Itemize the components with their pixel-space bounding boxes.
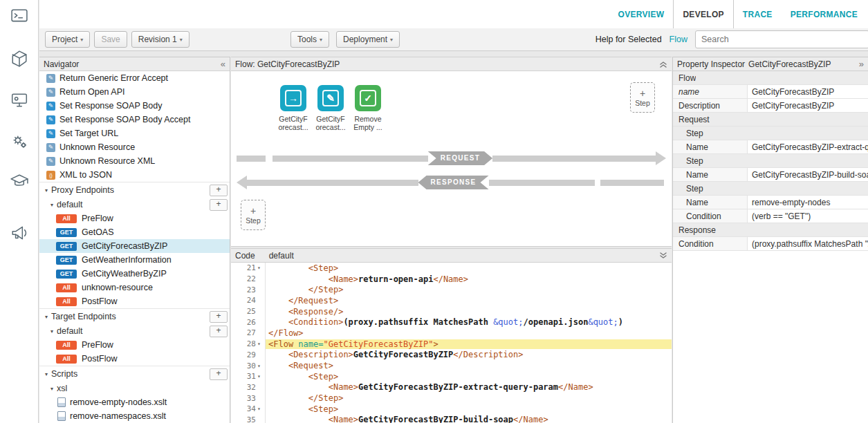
inspector-property-value[interactable]: GetCityForecastByZIP-extract-query-param <box>748 140 868 153</box>
nav-group-header[interactable]: ▾default+ <box>39 324 230 338</box>
policy-edit-icon: ✎ <box>46 143 55 152</box>
save-button[interactable]: Save <box>94 31 127 48</box>
nav-endpoint-item[interactable]: GETGetOAS <box>39 225 230 239</box>
nav-endpoint-item[interactable]: AllPostFlow <box>39 294 230 308</box>
revision-button[interactable]: Revision 1▾ <box>131 31 190 48</box>
code-line[interactable]: 32 <Name>GetCityForecastByZIP-extract-qu… <box>231 382 672 393</box>
code-line[interactable]: 26 <Condition>(proxy.pathsuffix MatchesP… <box>231 317 672 328</box>
fold-caret-icon[interactable]: ▾ <box>257 265 265 271</box>
flow-step[interactable]: →GetCityF orecast... <box>277 85 310 131</box>
nav-section-header[interactable]: ▾Scripts+ <box>39 366 230 382</box>
code-line[interactable]: 29 <Description>GetCityForecastByZIP</De… <box>231 350 672 361</box>
add-button[interactable]: + <box>210 199 228 211</box>
tab-trace[interactable]: TRACE <box>734 0 782 28</box>
nav-policy-item[interactable]: ✎Unknown Resource <box>39 140 230 154</box>
nav-endpoint-item[interactable]: AllPostFlow <box>39 352 230 366</box>
inspector-property-value[interactable]: GetCityForecastByZIP-build-soap <box>748 168 868 181</box>
code-line[interactable]: 35 <Name>GetCityForecastByZIP-build-soap… <box>231 415 672 423</box>
fold-caret-icon[interactable]: ▾ <box>257 363 265 369</box>
collapse-inspector-icon[interactable]: » <box>859 59 864 68</box>
learn-icon[interactable] <box>9 171 30 192</box>
nav-file-item[interactable]: remove-namespaces.xslt <box>39 409 230 423</box>
code-line[interactable]: 31▾ <Step> <box>231 371 672 382</box>
nav-policy-item[interactable]: ✎Return Generic Error Accept <box>39 71 230 85</box>
inspector-title: Property Inspector <box>677 59 745 69</box>
nav-endpoint-item[interactable]: AllPreFlow <box>39 212 230 225</box>
code-line[interactable]: 22 <Name>return-open-api</Name> <box>231 274 672 285</box>
nav-policy-item[interactable]: ✎Set Response SOAP Body <box>39 99 230 113</box>
code-line[interactable]: 24 </Request> <box>231 295 672 306</box>
api-proxies-icon[interactable] <box>9 48 30 69</box>
nav-endpoint-item[interactable]: GETGetWeatherInformation <box>39 253 230 267</box>
policy-list: ✎Return Generic Error Accept✎Return Open… <box>39 71 230 182</box>
deployment-button[interactable]: Deployment▾ <box>336 31 400 48</box>
extract-variables-icon: → <box>280 85 306 111</box>
code-tab-default[interactable]: default <box>269 251 294 261</box>
tools-button[interactable]: Tools▾ <box>290 31 329 48</box>
code-line[interactable]: 28▾<Flow name="GetCityForecastByZIP"> <box>231 339 672 350</box>
inspector-property-value[interactable]: (verb == "GET") <box>748 209 868 223</box>
add-button[interactable]: + <box>210 326 228 337</box>
add-button[interactable]: + <box>210 368 228 380</box>
collapse-flow-icon[interactable] <box>659 60 667 68</box>
collapse-code-icon[interactable] <box>659 252 667 260</box>
code-line[interactable]: 23 </Step> <box>231 284 672 295</box>
add-step-button[interactable]: + Step <box>630 82 655 113</box>
code-line[interactable]: 34▾ <Step> <box>231 404 672 415</box>
nav-endpoint-item[interactable]: AllPreFlow <box>39 338 230 352</box>
flow-step[interactable]: ✓Remove Empty ... <box>351 85 385 131</box>
code-line[interactable]: 21▾ <Step> <box>231 263 672 274</box>
fold-caret-icon[interactable]: ▾ <box>257 373 265 379</box>
section-label: Target Endpoints <box>51 312 116 321</box>
plus-icon: + <box>250 206 256 216</box>
request-flow-band: REQUEST <box>237 151 666 165</box>
code-line[interactable]: 30▾ <Request> <box>231 360 672 371</box>
tab-performance[interactable]: PERFORMANCE <box>782 0 867 28</box>
nav-policy-item[interactable]: ✎Unknown Resource XML <box>39 154 230 168</box>
fold-caret-icon[interactable]: ▾ <box>257 341 265 347</box>
collapse-navigator-icon[interactable]: « <box>221 59 225 68</box>
nav-section-header[interactable]: ▾Target Endpoints+ <box>39 308 230 324</box>
line-number: 30▾ <box>231 360 266 371</box>
terminal-icon[interactable] <box>9 6 30 26</box>
code-text: <Request> <box>266 361 672 370</box>
inspector-property-value[interactable]: GetCityForecastByZIP <box>748 99 868 112</box>
fold-caret-icon[interactable]: ▾ <box>257 406 265 412</box>
add-step-button[interactable]: + Step <box>241 200 266 230</box>
add-button[interactable]: + <box>210 311 228 323</box>
tab-develop[interactable]: DEVELOP <box>673 0 733 29</box>
help-flow-link[interactable]: Flow <box>670 35 687 44</box>
line-number: 23 <box>231 284 266 295</box>
nav-group-header[interactable]: ▾default+ <box>39 198 230 212</box>
code-line[interactable]: 25 <Response/> <box>231 306 672 317</box>
nav-endpoint-item[interactable]: GETGetCityForecastByZIP <box>39 239 230 253</box>
nav-group-header[interactable]: ▾xsl <box>39 382 230 395</box>
nav-endpoint-item[interactable]: GETGetCityWeatherByZIP <box>39 267 230 281</box>
policy-edit-icon: ✎ <box>46 88 55 97</box>
develop-icon[interactable] <box>9 90 30 111</box>
inspector-property-value[interactable]: (proxy.pathsuffix MatchesPath "/c <box>748 237 868 250</box>
project-button[interactable]: Project▾ <box>45 31 90 48</box>
add-button[interactable]: + <box>210 185 228 196</box>
inspector-property-value[interactable]: GetCityForecastByZIP <box>748 85 868 98</box>
code-editor[interactable]: 21▾ <Step>22 <Name>return-open-api</Name… <box>231 263 672 423</box>
nav-policy-item[interactable]: ✎Set Response SOAP Body Accept <box>39 113 230 126</box>
settings-icon[interactable] <box>9 131 30 152</box>
flow-step[interactable]: ✎GetCityF orecast... <box>314 85 347 131</box>
nav-policy-item[interactable]: ✎Set Target URL <box>39 126 230 140</box>
nav-section-header[interactable]: ▾Proxy Endpoints+ <box>39 182 230 198</box>
code-header: Code default <box>231 248 672 263</box>
caret-down-icon: ▾ <box>50 386 53 392</box>
policy-label: XML to JSON <box>59 170 112 180</box>
code-line[interactable]: 33 </Step> <box>231 393 672 404</box>
nav-policy-item[interactable]: {}XML to JSON <box>39 168 230 182</box>
endpoint-label: GetCityWeatherByZIP <box>82 269 167 279</box>
announcements-icon[interactable] <box>9 223 30 243</box>
nav-endpoint-item[interactable]: Allunknown-resource <box>39 281 230 294</box>
nav-file-item[interactable]: remove-empty-nodes.xslt <box>39 395 230 409</box>
nav-policy-item[interactable]: ✎Return Open API <box>39 85 230 99</box>
search-input[interactable] <box>695 30 868 48</box>
inspector-property-value[interactable]: remove-empty-nodes <box>748 196 868 209</box>
tab-overview[interactable]: OVERVIEW <box>609 0 674 28</box>
code-line[interactable]: 27</Flow> <box>231 328 672 339</box>
